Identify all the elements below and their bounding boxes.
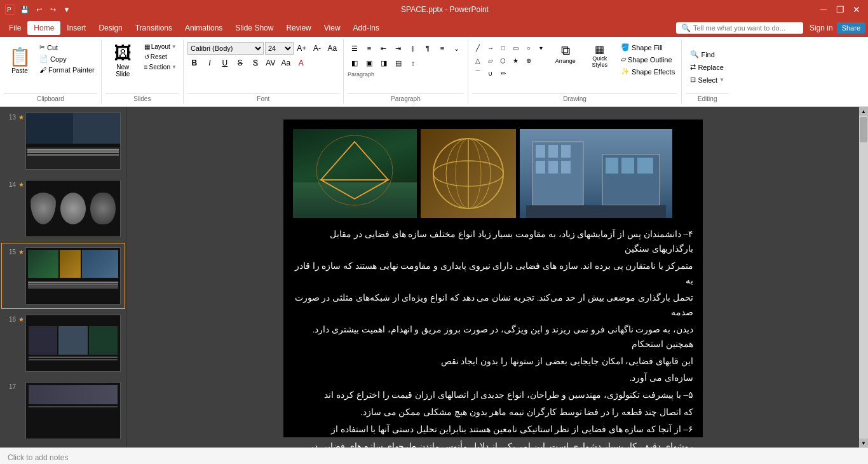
decrease-font-btn[interactable]: A- [310,42,324,55]
text-dir-btn[interactable]: ¶ [421,42,435,55]
find-button[interactable]: 🔍 Find [688,49,717,60]
new-slide-icon: 🖼 [114,44,132,62]
increase-indent-btn[interactable]: ⇥ [391,42,405,55]
align-left-btn[interactable]: ◧ [348,57,362,69]
shape-arc[interactable]: ⌒ [472,67,484,79]
reset-button[interactable]: ↺ Reset [142,52,179,62]
paste-button[interactable]: 📋 Paste [4,42,36,80]
clear-format-btn[interactable]: Aa [325,42,339,55]
slide-item-15[interactable]: 15 ★ [1,243,125,309]
scroll-down-btn[interactable]: ▼ [859,439,868,447]
menu-addins[interactable]: Add-Ins [347,21,386,35]
slide-panel[interactable]: 13 ★ 14 ★ [0,107,127,447]
shadow-button[interactable]: S [248,57,262,69]
underline-button[interactable]: U [218,57,232,69]
slide-item-16[interactable]: 16 ★ [1,310,125,376]
slide-star-16: ★ [18,316,24,323]
title-bar-left: P 💾 ↩ ↪ ▼ [5,4,72,15]
shape-tools-area: 🪣 Shape Fill ▱ Shape Outline ✨ Shape Eff… [618,42,677,77]
select-button[interactable]: ⊡ Select ▼ [688,74,727,85]
slide-item-13[interactable]: 13 ★ [1,108,125,174]
align-right-btn[interactable]: ◨ [377,57,391,69]
cut-button[interactable]: ✂ Cut [37,42,97,53]
shape-freeform[interactable]: ✏ [498,67,509,79]
save-btn[interactable]: 💾 [19,4,31,15]
shape-effects-button[interactable]: ✨ Shape Effects [618,66,677,77]
shape-more[interactable]: ▾ [536,42,547,53]
restore-btn[interactable]: ❐ [834,5,846,14]
bullets-btn[interactable]: ☰ [348,42,362,55]
layout-button[interactable]: ▦ Layout ▼ [142,42,179,51]
shape-oval[interactable]: ○ [523,42,534,53]
arrange-button[interactable]: ⧉ Arrange [550,42,581,65]
align-text-btn[interactable]: ≡ [435,42,449,55]
format-painter-button[interactable]: 🖌 Format Painter [37,65,97,75]
decrease-indent-btn[interactable]: ⇤ [377,42,391,55]
menu-view[interactable]: View [318,21,347,35]
customize-btn[interactable]: ▼ [61,4,72,15]
close-btn[interactable]: ✕ [850,5,863,14]
scroll-up-btn[interactable]: ▲ [859,107,868,116]
sign-in-link[interactable]: Sign in [810,24,833,32]
shape-rect[interactable]: □ [498,42,509,53]
shape-para[interactable]: ▱ [485,55,496,66]
replace-button[interactable]: ⇄ Replace [688,62,726,72]
slide-image-2[interactable] [421,129,516,218]
slide-image-3[interactable] [520,129,672,218]
search-input[interactable] [693,24,795,32]
menu-home[interactable]: Home [27,21,60,35]
shape-arrow[interactable]: → [485,42,496,53]
align-center-btn[interactable]: ▣ [362,57,376,69]
canvas-area[interactable]: ۴– دانشمندان پس از آزمایشهای زیاد، به مق… [127,107,859,447]
share-button[interactable]: Share [837,22,865,34]
shape-outline-button[interactable]: ▱ Shape Outline [618,54,677,65]
menu-review[interactable]: Review [280,21,317,35]
smartart-btn[interactable]: ⌄ [450,42,464,55]
notes-bar[interactable]: Click to add notes [0,447,868,464]
menu-animations[interactable]: Animations [179,21,229,35]
menu-insert[interactable]: Insert [60,21,92,35]
slide-item-14[interactable]: 14 ★ [1,175,125,242]
main-area: 13 ★ 14 ★ [0,107,868,447]
minimize-btn[interactable]: ─ [817,5,830,14]
slide-item-17[interactable]: 17 ★ [1,378,125,444]
increase-font-btn[interactable]: A+ [295,42,309,55]
bold-button[interactable]: B [187,57,201,69]
change-case-btn[interactable]: Aa [279,57,293,69]
strikethrough-button[interactable]: S [233,57,247,69]
copy-button[interactable]: 📄 Copy [37,53,97,64]
menu-transitions[interactable]: Transitions [129,21,179,35]
justify-btn[interactable]: ▤ [391,57,405,69]
shape-misc[interactable]: ⊕ [523,55,534,66]
font-name-select[interactable]: Calibri (Body) [187,42,264,55]
shape-fill-button[interactable]: 🪣 Shape Fill [618,42,677,53]
shape-hex[interactable]: ⬡ [498,55,509,66]
vertical-scrollbar[interactable]: ▲ ▼ [859,107,868,447]
line-spacing-btn[interactable]: ↕ [406,57,420,69]
undo-btn[interactable]: ↩ [33,4,44,15]
italic-button[interactable]: I [203,57,217,69]
slide-image-1[interactable] [293,129,417,218]
font-group: Calibri (Body) 24 A+ A- Aa B I U S S AV [184,39,344,104]
numbering-btn[interactable]: ≡ [362,42,376,55]
shape-line[interactable]: ╱ [472,42,484,53]
search-box[interactable]: 🔍 [676,22,803,34]
shape-curve[interactable]: ∪ [485,67,496,79]
scroll-thumb[interactable] [860,117,867,142]
shape-rect2[interactable]: ▭ [510,42,522,53]
shape-star[interactable]: ★ [510,55,522,66]
menu-slideshow[interactable]: Slide Show [229,21,280,35]
quick-styles-button[interactable]: ▦ Quick Styles [584,42,616,69]
section-button[interactable]: ≡ Section ▼ [142,62,179,72]
menu-file[interactable]: File [3,21,27,35]
new-slide-button[interactable]: 🖼 New Slide [105,42,140,80]
menu-design[interactable]: Design [92,21,128,35]
columns-btn[interactable]: ⫿ [406,42,420,55]
shape-tri[interactable]: △ [472,55,484,66]
redo-btn[interactable]: ↪ [47,4,58,15]
slides-label: Slides [105,93,179,104]
char-spacing-btn[interactable]: AV [264,57,278,69]
font-color-btn[interactable]: A [294,57,308,69]
font-size-select[interactable]: 24 [265,42,294,55]
slide-text-p1: ۴– دانشمندان پس از آزمایشهای زیاد، به مق… [293,228,693,257]
